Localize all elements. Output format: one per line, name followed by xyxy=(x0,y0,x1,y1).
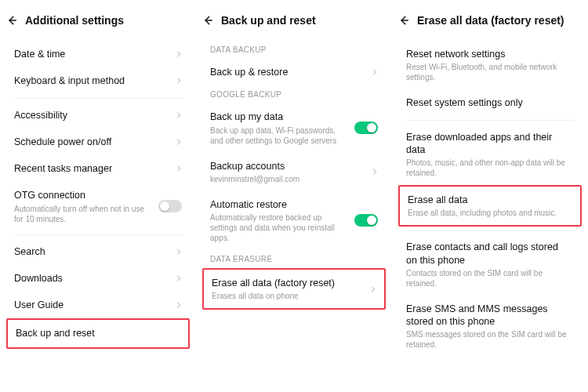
schedule-label: Schedule power on/off xyxy=(14,136,111,148)
reset-network-sublabel: Reset Wi-Fi, Bluetooth, and mobile netwo… xyxy=(406,62,568,82)
backup-my-data-toggle[interactable] xyxy=(354,122,378,134)
downloads-label: Downloads xyxy=(14,272,63,285)
chevron-right-icon xyxy=(176,50,182,58)
back-arrow-icon[interactable] xyxy=(398,15,409,26)
user-guide-label: User Guide xyxy=(14,299,64,311)
backup-my-data-label: Back up my data xyxy=(210,111,348,123)
erase-all-label: Erase all data xyxy=(408,194,557,206)
header: Back up and reset xyxy=(202,14,386,27)
chevron-right-icon xyxy=(176,165,182,172)
backup-reset-label: Back up and reset xyxy=(16,327,95,339)
otg-label: OTG connection xyxy=(14,189,152,201)
row-backup-reset[interactable]: Back up and reset xyxy=(6,318,190,348)
back-arrow-icon[interactable] xyxy=(6,15,17,26)
backup-accounts-label: Backup accounts xyxy=(210,160,299,172)
row-auto-restore[interactable]: Automatic restore Automatically restore … xyxy=(202,191,386,250)
panel-additional-settings: Additional settings Date & time Keyboard… xyxy=(0,0,196,392)
recent-tasks-label: Recent tasks manager xyxy=(14,162,112,175)
chevron-right-icon xyxy=(372,68,378,76)
row-date-time[interactable]: Date & time xyxy=(6,41,190,67)
chevron-right-icon xyxy=(176,274,182,282)
page-title: Erase all data (factory reset) xyxy=(417,14,564,27)
keyboard-label: Keyboard & input method xyxy=(14,74,125,87)
divider xyxy=(14,234,182,235)
divider xyxy=(406,230,574,230)
row-keyboard[interactable]: Keyboard & input method xyxy=(6,67,190,94)
date-time-label: Date & time xyxy=(14,48,65,60)
row-erase-sms[interactable]: Erase SMS and MMS messages stored on thi… xyxy=(398,296,582,358)
erase-all-label: Erase all data (factory reset) xyxy=(212,277,335,289)
chevron-right-icon xyxy=(176,77,182,85)
back-arrow-icon[interactable] xyxy=(202,15,213,26)
erase-all-sublabel: Erase all data, including photos and mus… xyxy=(408,208,557,218)
chevron-right-icon xyxy=(176,301,182,309)
row-reset-network[interactable]: Reset network settings Reset Wi-Fi, Blue… xyxy=(398,41,582,89)
section-label-data-erasure: DATA ERASURE xyxy=(210,255,378,263)
header: Erase all data (factory reset) xyxy=(398,14,582,27)
auto-restore-toggle[interactable] xyxy=(354,214,378,227)
page-title: Back up and reset xyxy=(221,14,316,27)
page-title: Additional settings xyxy=(25,14,124,27)
panel-backup-reset: Back up and reset DATA BACKUP Back up & … xyxy=(196,0,392,392)
accessibility-label: Accessibility xyxy=(14,109,67,122)
chevron-right-icon xyxy=(370,285,376,293)
row-backup-accounts[interactable]: Backup accounts kevinminstrel@gmail.com xyxy=(202,153,386,191)
row-user-guide[interactable]: User Guide xyxy=(6,292,190,318)
backup-my-data-sublabel: Back up app data, Wi-Fi passwords, and o… xyxy=(210,125,348,146)
otg-sublabel: Automatically turn off when not in use f… xyxy=(14,204,152,224)
otg-toggle[interactable] xyxy=(158,200,182,212)
row-search[interactable]: Search xyxy=(6,238,190,265)
row-otg[interactable]: OTG connection Automatically turn off wh… xyxy=(6,182,190,230)
row-erase-all-data[interactable]: Erase all data (factory reset) Erases al… xyxy=(202,268,386,310)
divider xyxy=(406,120,574,121)
section-label-google-backup: GOOGLE BACKUP xyxy=(210,90,378,99)
reset-system-label: Reset system settings only xyxy=(406,96,523,109)
backup-restore-label: Back up & restore xyxy=(210,66,288,78)
erase-sms-sublabel: SMS messages stored on the SIM card will… xyxy=(406,329,568,350)
erase-contacts-label: Erase contacts and call logs stored on t… xyxy=(406,241,568,267)
header: Additional settings xyxy=(6,14,190,27)
reset-network-label: Reset network settings xyxy=(406,48,568,60)
row-erase-apps[interactable]: Erase downloaded apps and their data Pho… xyxy=(398,124,582,186)
divider xyxy=(14,98,182,99)
erase-apps-sublabel: Photos, music, and other non-app data wi… xyxy=(406,158,568,178)
row-downloads[interactable]: Downloads xyxy=(6,265,190,292)
chevron-right-icon xyxy=(176,111,182,119)
auto-restore-sublabel: Automatically restore backed up settings… xyxy=(210,212,348,243)
section-label-data-backup: DATA BACKUP xyxy=(210,45,378,54)
auto-restore-label: Automatic restore xyxy=(210,198,348,211)
row-recent-tasks[interactable]: Recent tasks manager xyxy=(6,155,190,182)
row-backup-my-data[interactable]: Back up my data Back up app data, Wi-Fi … xyxy=(202,103,386,152)
row-erase-all[interactable]: Erase all data Erase all data, including… xyxy=(398,185,582,227)
erase-sms-label: Erase SMS and MMS messages stored on thi… xyxy=(406,303,568,328)
row-reset-system[interactable]: Reset system settings only xyxy=(398,89,582,116)
chevron-right-icon xyxy=(176,138,182,146)
row-erase-contacts[interactable]: Erase contacts and call logs stored on t… xyxy=(398,234,582,296)
erase-contacts-sublabel: Contacts stored on the SIM card will be … xyxy=(406,268,568,289)
row-schedule-power[interactable]: Schedule power on/off xyxy=(6,129,190,155)
chevron-right-icon xyxy=(372,168,378,176)
chevron-right-icon xyxy=(176,248,182,256)
search-label: Search xyxy=(14,245,45,258)
panel-erase-all-data: Erase all data (factory reset) Reset net… xyxy=(392,0,588,392)
row-accessibility[interactable]: Accessibility xyxy=(6,102,190,129)
row-backup-restore[interactable]: Back up & restore xyxy=(202,59,386,85)
erase-apps-label: Erase downloaded apps and their data xyxy=(406,131,568,157)
backup-accounts-sublabel: kevinminstrel@gmail.com xyxy=(210,174,299,184)
erase-all-sublabel: Erases all data on phone xyxy=(212,291,335,301)
